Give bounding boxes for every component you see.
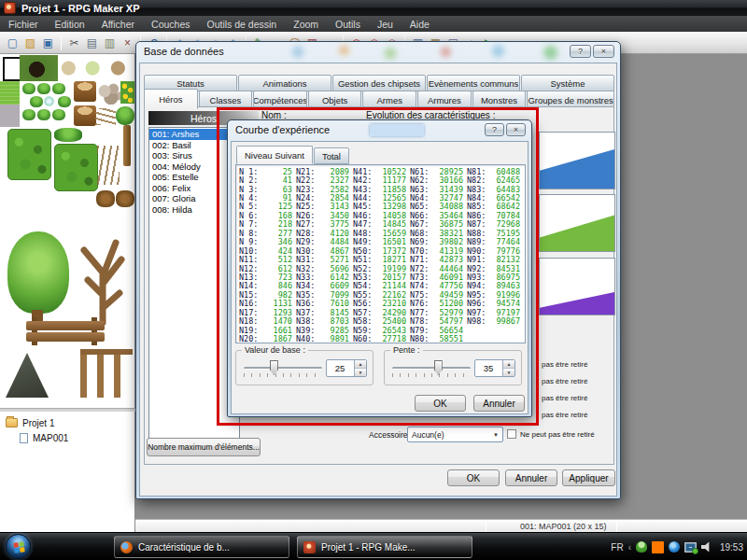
tile-roots[interactable] [116, 190, 134, 207]
menu-item-outils-de-dessin[interactable]: Outils de dessin [199, 19, 286, 30]
tile-bush-wide[interactable] [54, 128, 82, 142]
tile-rocks[interactable] [97, 82, 122, 105]
tree-item-project[interactable]: Projet 1 [0, 415, 134, 430]
hero-list-item[interactable]: 005: Estelle [149, 172, 239, 183]
tile-plank[interactable] [26, 332, 105, 342]
tree-item-map[interactable]: MAP001 [0, 430, 134, 445]
tile-twigs[interactable] [97, 146, 120, 185]
exp-table-row: N18:1470N38:8703N58:25400N78:54797N98:99… [239, 316, 525, 325]
menu-item-couches[interactable]: Couches [143, 19, 198, 30]
taskbar-task-caract-ristique-de-b[interactable]: Caractéristique de b... [114, 536, 289, 558]
exp-tab-total[interactable]: Total [314, 147, 349, 164]
tile-poles[interactable] [80, 349, 133, 398]
tile-dark-tree[interactable] [20, 55, 58, 81]
tile-bush[interactable] [116, 106, 134, 125]
db-apply-button[interactable]: Appliquer [562, 469, 615, 486]
taskbar-task-projet-1-rpg-make[interactable]: Projet 1 - RPG Make... [297, 536, 472, 558]
spin-up-icon[interactable]: ▲ [503, 360, 514, 369]
tile-stick[interactable] [123, 125, 131, 166]
menu-item-fichier[interactable]: Fichier [0, 19, 47, 30]
menu-item-aide[interactable]: Aide [402, 19, 438, 30]
tray-app-green-icon[interactable] [636, 541, 647, 553]
network-icon[interactable] [684, 542, 697, 553]
base-value-spinner[interactable]: 25 ▲▼ [326, 359, 367, 377]
slope-slider[interactable] [392, 367, 471, 370]
tile-roots[interactable] [96, 190, 115, 207]
menu-item-edition[interactable]: Edition [47, 19, 93, 30]
tile-dead-tree[interactable] [73, 233, 133, 325]
tile-grass[interactable] [0, 81, 20, 105]
hero-list-item[interactable]: 001: Arshes [149, 129, 239, 140]
exp-cancel-button[interactable]: Annuler [473, 395, 525, 412]
tile-bush[interactable] [37, 109, 50, 120]
menu-item-zoom[interactable]: Zoom [285, 19, 327, 30]
hero-list-item[interactable]: 008: Hilda [149, 204, 239, 216]
tile-stump[interactable] [74, 105, 96, 126]
close-icon[interactable]: × [593, 45, 614, 58]
hero-list-item[interactable]: 004: Mélody [149, 161, 239, 173]
max-items-button[interactable]: Nombre maximum d'éléments... [147, 438, 261, 456]
tile-bush[interactable] [58, 96, 71, 107]
copy-icon[interactable]: ▤ [83, 35, 101, 51]
tile-bush[interactable] [22, 83, 35, 94]
tab-gestion-des-chipsets[interactable]: Gestion des chipsets [332, 75, 426, 91]
tab-syst-me[interactable]: Système [521, 75, 614, 91]
hero-list-item[interactable]: 003: Sirus [149, 150, 239, 161]
cut-icon[interactable]: ✂ [65, 35, 83, 51]
not-removable-checkbox[interactable] [507, 429, 516, 439]
tray-app-orange-icon[interactable] [652, 541, 664, 553]
tile-stump[interactable] [74, 81, 96, 102]
tile-bush[interactable] [22, 109, 35, 120]
db-cancel-button[interactable]: Annuler [505, 469, 557, 486]
exp-ok-button[interactable]: OK [415, 395, 466, 412]
accessory-select[interactable]: Aucun(e) ▼ [407, 427, 503, 442]
slope-spinner[interactable]: 35 ▲▼ [474, 359, 515, 377]
new-file-icon[interactable]: ▢ [4, 35, 21, 51]
hero-list-item[interactable]: 007: Gloria [149, 193, 239, 204]
spinner-arrows[interactable]: ▲▼ [354, 360, 366, 376]
menu-item-outils[interactable]: Outils [327, 19, 369, 30]
tile-twigs[interactable] [95, 108, 116, 125]
menu-item-afficher[interactable]: Afficher [93, 19, 143, 30]
tile-bush[interactable] [52, 109, 65, 120]
close-icon[interactable]: × [506, 123, 526, 136]
tile-gray[interactable] [0, 105, 20, 127]
spin-up-icon[interactable]: ▲ [355, 360, 366, 369]
volume-icon[interactable] [701, 541, 712, 553]
tile-tent[interactable] [6, 353, 49, 398]
tab-h-ros[interactable]: Héros [144, 89, 198, 109]
tray-app-blue-icon[interactable] [669, 541, 680, 553]
language-indicator[interactable]: FR [611, 542, 623, 553]
start-button[interactable] [6, 534, 31, 559]
tile-hedge[interactable] [54, 144, 98, 191]
database-dialog-title: Base de données [144, 46, 224, 57]
help-button[interactable]: ? [485, 123, 504, 136]
menu-item-jeu[interactable]: Jeu [369, 19, 402, 30]
hero-list-item[interactable]: 002: Basil [149, 140, 239, 151]
tile-hedge[interactable] [7, 129, 51, 180]
tile-bush[interactable] [37, 83, 50, 94]
tile-tree-crown[interactable] [7, 231, 69, 314]
tile-sparkle[interactable] [44, 96, 54, 106]
spin-down-icon[interactable]: ▼ [355, 369, 366, 376]
exp-tab-niveau-suivant[interactable]: Niveau Suivant [236, 146, 313, 164]
tile-faded-row[interactable] [60, 55, 133, 81]
tile-bush[interactable] [30, 96, 43, 107]
tile-flowers[interactable] [120, 81, 134, 104]
save-icon[interactable]: ▣ [39, 35, 57, 51]
db-ok-button[interactable]: OK [447, 469, 500, 486]
spin-down-icon[interactable]: ▼ [503, 369, 514, 376]
spinner-arrows[interactable]: ▲▼ [502, 360, 514, 376]
window-titlebar[interactable]: Projet 1 - RPG Maker XP [0, 0, 747, 16]
tile-bush[interactable] [52, 83, 65, 94]
delete-icon[interactable]: × [119, 35, 136, 51]
paste-icon[interactable]: ▥ [101, 35, 119, 51]
help-button[interactable]: ? [570, 45, 591, 58]
tab-animations[interactable]: Animations [238, 75, 331, 91]
base-slider[interactable] [244, 367, 322, 370]
tray-expand-icon[interactable]: ‹ [628, 542, 631, 553]
tab-ev-nements-communs[interactable]: Evènements communs [427, 75, 520, 91]
open-project-icon[interactable]: ▨ [21, 35, 39, 51]
hero-list-item[interactable]: 006: Felix [149, 183, 239, 194]
tile-plank[interactable] [26, 321, 105, 330]
